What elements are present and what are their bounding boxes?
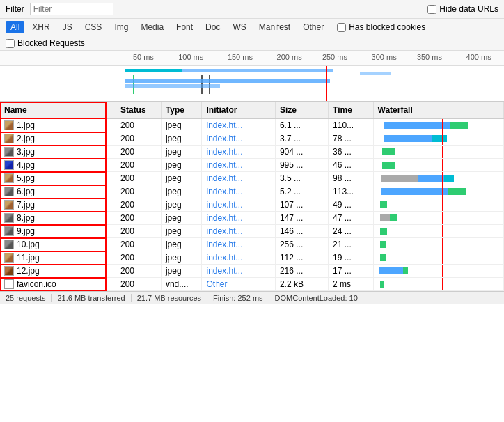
type-btn-media[interactable]: Media — [136, 21, 168, 33]
cell-size: 5.2 ... — [275, 185, 328, 198]
initiator-link[interactable]: index.ht... — [206, 147, 242, 157]
cell-status: 200 — [116, 146, 161, 159]
cell-type: jpeg — [161, 198, 202, 212]
file-name: 3.jpg — [17, 147, 35, 157]
initiator-link[interactable]: index.ht... — [206, 187, 242, 196]
cell-type: jpeg — [161, 159, 202, 172]
cell-status: 200 — [116, 198, 161, 212]
cell-status: 200 — [116, 278, 161, 291]
table-row[interactable]: 6.jpg 200 jpeg index.ht... 5.2 ... 113..… — [0, 185, 504, 198]
cell-initiator: index.ht... — [202, 238, 275, 251]
col-header-name[interactable]: Name — [0, 102, 106, 118]
file-icon — [4, 173, 14, 183]
file-name: 5.jpg — [17, 173, 35, 183]
file-icon — [4, 200, 14, 210]
table-row[interactable]: 7.jpg 200 jpeg index.ht... 107 ... 49 ..… — [0, 198, 504, 212]
timeline-mark-100: 100 ms — [178, 53, 203, 61]
cell-type: jpeg — [161, 265, 202, 278]
type-btn-img[interactable]: Img — [109, 21, 133, 33]
has-blocked-cookies-checkbox[interactable] — [337, 23, 346, 32]
status-resources: 21.7 MB resources — [137, 294, 207, 302]
cell-name: favicon.ico — [0, 278, 106, 291]
blocked-requests-item: Blocked Requests — [6, 38, 85, 48]
table-row[interactable]: 1.jpg 200 jpeg index.ht... 6.1 ... 110..… — [0, 118, 504, 132]
table-row[interactable]: 10.jpg 200 jpeg index.ht... 256 ... 21 .… — [0, 238, 504, 251]
type-btn-js[interactable]: JS — [58, 21, 77, 33]
table-row[interactable]: 5.jpg 200 jpeg index.ht... 3.5 ... 98 ..… — [0, 172, 504, 185]
cell-initiator: index.ht... — [202, 118, 275, 132]
cell-size: 3.7 ... — [275, 132, 328, 146]
cell-size: 995 ... — [275, 159, 328, 172]
cell-name: 1.jpg — [0, 118, 106, 132]
has-blocked-cookies-label: Has blocked cookies — [349, 22, 425, 32]
file-icon — [4, 187, 14, 196]
initiator-link[interactable]: index.ht... — [206, 226, 242, 236]
initiator-link[interactable]: index.ht... — [206, 160, 242, 170]
cell-time: 78 ... — [329, 132, 373, 146]
cell-waterfall — [373, 238, 504, 251]
table-row[interactable]: favicon.ico 200 vnd.... Other 2.2 kB 2 m… — [0, 278, 504, 291]
cell-waterfall — [373, 159, 504, 172]
type-btn-all[interactable]: All — [6, 21, 24, 33]
cell-status: 200 — [116, 118, 161, 132]
filter-input[interactable] — [30, 3, 113, 15]
cell-initiator: index.ht... — [202, 212, 275, 225]
col-header-time[interactable]: Time — [329, 102, 373, 118]
initiator-link[interactable]: index.ht... — [206, 173, 242, 183]
col-header-type[interactable]: Type — [161, 102, 202, 118]
type-btn-manifest[interactable]: Manifest — [254, 21, 295, 33]
cell-initiator: index.ht... — [202, 185, 275, 198]
cell-spacer — [106, 118, 116, 132]
initiator-link[interactable]: index.ht... — [206, 266, 242, 276]
cell-size: 6.1 ... — [275, 118, 328, 132]
cell-spacer — [106, 265, 116, 278]
table-row[interactable]: 2.jpg 200 jpeg index.ht... 3.7 ... 78 ..… — [0, 132, 504, 146]
cell-type: jpeg — [161, 185, 202, 198]
cell-status: 200 — [116, 265, 161, 278]
type-btn-ws[interactable]: WS — [228, 21, 251, 33]
table-row[interactable]: 4.jpg 200 jpeg index.ht... 995 ... 46 ..… — [0, 159, 504, 172]
has-blocked-cookies-item: Has blocked cookies — [337, 22, 425, 32]
timeline-mark-50: 50 ms — [133, 53, 154, 61]
initiator-link[interactable]: index.ht... — [206, 200, 242, 210]
hide-data-urls-checkbox-item: Hide data URLs — [427, 4, 498, 14]
table-row[interactable]: 12.jpg 200 jpeg index.ht... 216 ... 17 .… — [0, 265, 504, 278]
initiator-link[interactable]: Other — [206, 279, 227, 289]
col-header-status[interactable]: Status — [116, 102, 161, 118]
table-row[interactable]: 8.jpg 200 jpeg index.ht... 147 ... 47 ..… — [0, 212, 504, 225]
initiator-link[interactable]: index.ht... — [206, 120, 242, 130]
col-header-initiator[interactable]: Initiator — [202, 102, 275, 118]
type-btn-font[interactable]: Font — [171, 21, 198, 33]
cell-spacer — [106, 159, 116, 172]
initiator-link[interactable]: index.ht... — [206, 253, 242, 263]
type-btn-css[interactable]: CSS — [80, 21, 107, 33]
col-header-size[interactable]: Size — [275, 102, 328, 118]
cell-time: 49 ... — [329, 198, 373, 212]
filter-label: Filter — [6, 4, 24, 14]
cell-spacer — [106, 251, 116, 265]
type-btn-xhr[interactable]: XHR — [27, 21, 54, 33]
table-row[interactable]: 3.jpg 200 jpeg index.ht... 904 ... 36 ..… — [0, 146, 504, 159]
cell-time: 21 ... — [329, 238, 373, 251]
type-btn-doc[interactable]: Doc — [200, 21, 225, 33]
cell-size: 216 ... — [275, 265, 328, 278]
cell-spacer — [106, 185, 116, 198]
hide-data-urls-checkbox[interactable] — [427, 5, 436, 14]
col-header-waterfall[interactable]: Waterfall — [373, 102, 504, 118]
cell-name: 8.jpg — [0, 212, 106, 225]
type-btn-other[interactable]: Other — [298, 21, 329, 33]
table-row[interactable]: 9.jpg 200 jpeg index.ht... 146 ... 24 ..… — [0, 225, 504, 238]
cell-name: 2.jpg — [0, 132, 106, 146]
initiator-link[interactable]: index.ht... — [206, 240, 242, 249]
cell-spacer — [106, 225, 116, 238]
initiator-link[interactable]: index.ht... — [206, 134, 242, 143]
cell-spacer — [106, 146, 116, 159]
cell-spacer — [106, 132, 116, 146]
initiator-link[interactable]: index.ht... — [206, 213, 242, 223]
table-row[interactable]: 11.jpg 200 jpeg index.ht... 112 ... 19 .… — [0, 251, 504, 265]
cell-initiator: index.ht... — [202, 132, 275, 146]
cell-size: 256 ... — [275, 238, 328, 251]
blocked-requests-checkbox[interactable] — [6, 39, 15, 48]
cell-size: 112 ... — [275, 251, 328, 265]
cell-size: 147 ... — [275, 212, 328, 225]
